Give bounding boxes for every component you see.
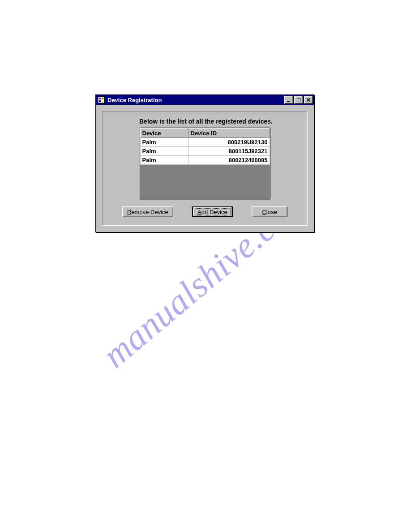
table-row[interactable]: Palm 800212400085	[140, 156, 270, 165]
close-dialog-button[interactable]: Close	[252, 206, 287, 217]
device-registration-window: Device Registration Below is the list of…	[95, 94, 314, 232]
svg-rect-5	[287, 101, 290, 102]
svg-rect-4	[102, 100, 103, 102]
client-area: Below is the list of all the registered …	[96, 105, 314, 232]
cell-device: Palm	[140, 138, 188, 147]
titlebar[interactable]: Device Registration	[96, 95, 314, 105]
maximize-button[interactable]	[294, 96, 303, 104]
cell-device: Palm	[140, 147, 188, 156]
cell-device-id: 800219U92130	[188, 138, 270, 147]
svg-rect-7	[297, 98, 301, 99]
col-header-device[interactable]: Device	[140, 129, 188, 138]
device-grid[interactable]: Device Device ID Palm 800219U92130 Palm …	[140, 128, 270, 200]
cell-device-id: 800115J92321	[188, 147, 270, 156]
table-row[interactable]: Palm 800115J92321	[140, 147, 270, 156]
table-row[interactable]: Palm 800219U92130	[140, 138, 270, 147]
minimize-button[interactable]	[284, 96, 293, 104]
button-row: Remove Device Add Device Close	[121, 206, 288, 217]
cell-device: Palm	[140, 156, 188, 165]
close-button[interactable]	[304, 96, 313, 104]
window-title: Device Registration	[107, 97, 284, 103]
panel-heading: Below is the list of all the registered …	[121, 118, 288, 128]
col-header-device-id[interactable]: Device ID	[188, 129, 270, 138]
remove-device-button[interactable]: Remove Device	[122, 206, 173, 217]
svg-rect-2	[102, 98, 103, 99]
inset-panel: Below is the list of all the registered …	[102, 111, 308, 226]
svg-rect-3	[99, 100, 101, 102]
header-row: Device Device ID	[140, 129, 270, 138]
svg-rect-1	[99, 98, 101, 99]
app-icon	[98, 96, 105, 103]
cell-device-id: 800212400085	[188, 156, 270, 165]
add-device-button[interactable]: Add Device	[192, 206, 232, 217]
